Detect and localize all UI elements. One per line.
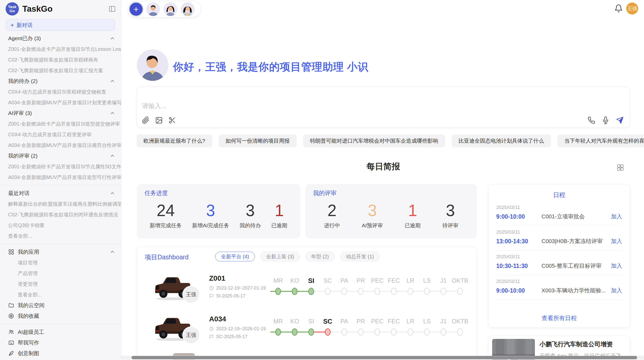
app-item[interactable]: 产品管理 — [0, 268, 121, 279]
add-session-button[interactable]: + — [129, 3, 143, 16]
stat-cell: 1 已逾期 — [405, 201, 421, 229]
session-avatar-2[interactable] — [164, 2, 177, 16]
notifications-bell-icon[interactable] — [614, 4, 623, 13]
view-all-schedule-link[interactable]: 查看所有日程 — [489, 314, 630, 322]
conversation-item[interactable]: A034-全新新能源MUV产品开发项目计划变更表编写 — [0, 97, 121, 108]
chevron-up-icon[interactable] — [110, 155, 114, 157]
section-items: Z001-全新燃油轻卡产品开发项目SI造型提交物评审C0X4-动力总成开发项目工… — [0, 118, 121, 151]
feather-pen-icon — [8, 350, 14, 356]
stat-value: 3 — [192, 201, 229, 220]
session-avatar-3[interactable] — [181, 2, 195, 16]
stat-label: 新增完成任务 — [150, 222, 182, 229]
sidebar-collapse-icon[interactable] — [108, 5, 116, 13]
microphone-icon[interactable] — [602, 116, 609, 124]
user-avatar[interactable]: 王强 — [626, 3, 638, 14]
join-link[interactable]: 加入 — [611, 262, 622, 270]
dashboard-tab[interactable]: 全新上装 (3) — [260, 252, 300, 261]
task-section: AI评审 (3) Z001-全新燃油轻卡产品开发项目SI造型提交物评审C0X4-… — [0, 108, 121, 151]
send-icon[interactable] — [616, 116, 624, 124]
horizontal-scrollbar-thumb[interactable] — [131, 356, 637, 359]
dashboard-tab[interactable]: 全新平台 (4) — [215, 252, 255, 261]
session-avatar-1[interactable] — [146, 2, 160, 16]
conversation-item[interactable]: C0X4-动力总成开发项目工程变更评审 — [0, 129, 121, 140]
conversation-item[interactable]: C02-飞腾新能源轻客改款项目立项汇报方案 — [0, 65, 121, 76]
sidebar-item-write[interactable]: 帮我写作 — [0, 337, 121, 348]
stat-label: 已逾期 — [271, 222, 287, 229]
app-item[interactable]: 变更管理 — [0, 279, 121, 289]
recent-chat-item[interactable]: C02-飞腾新能源轻客改款项目的闭环通告反馈情况 — [0, 209, 121, 220]
section-header[interactable]: 我的待办 (2) — [0, 76, 121, 86]
schedule-entries: 2025/03/11 9:00-10:00 C001-立项审批会 加入 2025… — [496, 201, 622, 300]
new-chat-button[interactable]: + 新对话 — [6, 19, 115, 31]
project-row[interactable]: 王强 A034 2023-12-19~2026-01-19 SC-2025-05… — [137, 308, 477, 349]
sidebar-item-cloud-space[interactable]: 我的云空间 — [0, 300, 121, 311]
section-header[interactable]: 我的评审 (2) — [0, 151, 121, 161]
recent-chat-item[interactable]: 查看全部... — [0, 231, 121, 241]
section-header[interactable]: AI评审 (3) — [0, 108, 121, 118]
project-flag-milestone: SI-2025-05-17 — [209, 293, 245, 299]
message-input[interactable] — [142, 102, 447, 110]
phone-icon[interactable] — [588, 116, 595, 124]
task-section: 我的评审 (2) Z001-全新燃油轻卡产品开发项目SI节点属性5D文件评审A0… — [0, 151, 121, 183]
sidebar-item-my-apps[interactable]: 我的应用 — [0, 247, 121, 257]
ai-staff-label: AI超级员工 — [18, 327, 44, 337]
chevron-up-icon[interactable] — [110, 192, 114, 194]
cloud-space-label: 我的云空间 — [18, 300, 45, 311]
conversation-item[interactable]: Z001-全新燃油轻卡产品开发项目SI节点属性5D文件评审 — [0, 161, 121, 172]
suggestion-chips: 欧洲新规最近颁布了什么?如何写一份清晰的项目周报特朗普可能对进口汽车增税会对中国… — [137, 134, 631, 147]
chevron-up-icon[interactable] — [110, 37, 114, 40]
milestone-labels: MRKOSISCPAPRPECFECLRLSJ1OKTB — [270, 316, 468, 326]
milestone-label: KO — [286, 316, 303, 326]
image-icon[interactable] — [155, 116, 163, 124]
app-items: 项目管理产品管理变更管理查看全部... — [0, 257, 121, 300]
section-label: AI评审 (3) — [8, 108, 32, 118]
conversation-item[interactable]: Z001-全新燃油轻卡产品开发项目SI造型提交物评审 — [0, 118, 121, 129]
milestone-label: FEC — [386, 276, 402, 286]
conversation-item[interactable]: C0X4-动力总成开发项目SI里程碑提交物检查 — [0, 86, 121, 97]
layout-grid-icon[interactable] — [617, 164, 624, 171]
dashboard-tab[interactable]: 年型 (2) — [305, 252, 335, 261]
suggestion-chip[interactable]: 当下年轻人对汽车外观有怎样的喜好趋势 — [558, 134, 644, 147]
favorites-label: 我的收藏 — [18, 311, 39, 321]
conversation-item[interactable]: Z001-全新燃油皮卡产品开发项目SI节点Lesson Learn报告 — [0, 44, 121, 54]
project-row[interactable]: 王强 Z001 2023-12-19~2027-01-19 SI-2025-05… — [137, 268, 477, 308]
stat-value: 24 — [150, 201, 182, 220]
sidebar-item-ai-staff[interactable]: AI超级员工 — [0, 327, 121, 337]
sidebar-item-favorites[interactable]: 我的收藏 — [0, 311, 121, 321]
suggestion-chip[interactable]: 如何写一份清晰的项目周报 — [219, 134, 297, 147]
chevron-up-icon[interactable] — [110, 112, 114, 114]
conversation-item[interactable]: C02-飞腾新能源轻客改款项目里程碑画布 — [0, 54, 121, 65]
sidebar-item-draw[interactable]: 创意制图 — [0, 348, 121, 359]
project-dates: 2023-12-19~2026-01-19 — [209, 326, 266, 332]
join-link[interactable]: 加入 — [611, 237, 622, 245]
suggestion-chip[interactable]: 比亚迪全固态电池计划具体说了什么 — [452, 134, 551, 147]
conversation-item[interactable]: A034-全新新能源MUV产品开发项目法规符合性评审 — [0, 140, 121, 151]
suggestion-chip[interactable]: 欧洲新规最近颁布了什么? — [137, 134, 212, 147]
chevron-up-icon[interactable] — [110, 80, 114, 82]
scissors-icon[interactable] — [168, 116, 176, 124]
schedule-time: 10:30-11:30 — [496, 263, 541, 269]
dashboard-tab[interactable]: 动总开发 (1) — [340, 252, 380, 261]
message-composer — [137, 87, 630, 128]
stat-cell: 1 已逾期 — [271, 201, 287, 229]
recent-chats-header[interactable]: 最近对话 — [0, 188, 121, 199]
recent-chat-item[interactable]: 公司Q3轻卡销量 — [0, 220, 121, 231]
app-item[interactable]: 查看全部... — [0, 289, 121, 300]
chevron-up-icon[interactable] — [110, 251, 114, 253]
milestone-label: J1 — [435, 316, 452, 326]
join-link[interactable]: 加入 — [611, 287, 622, 294]
news-title: 小鹏飞行汽车制造公司增资 — [539, 340, 626, 348]
milestone-track — [270, 286, 468, 297]
suggestion-chip[interactable]: 特朗普可能对进口汽车增税会对中国车企造成哪些影响 — [303, 134, 445, 147]
stat-cell: 3 我的待办 — [240, 201, 261, 229]
stat-cell: 3 AI预评审 — [362, 201, 383, 229]
conversation-item[interactable]: A034-全新新能源MUV产品开发项目造型可行性评审 — [0, 172, 121, 183]
join-link[interactable]: 加入 — [611, 213, 622, 220]
app-item[interactable]: 项目管理 — [0, 257, 121, 268]
section-header[interactable]: Agent已办 (3) — [0, 33, 121, 44]
paperclip-icon[interactable] — [142, 116, 150, 124]
milestone-labels: MRKOSISCPAPRPECFECLRLSJ1OKTB — [270, 276, 468, 286]
schedule-event-title: C005-整车工程目标评审 — [541, 262, 611, 270]
schedule-date: 2025/03/11 — [496, 205, 520, 210]
recent-chat-item[interactable]: 解释最新出台的欧盟报废车法规再生塑料比例被调至15%... — [0, 199, 121, 209]
